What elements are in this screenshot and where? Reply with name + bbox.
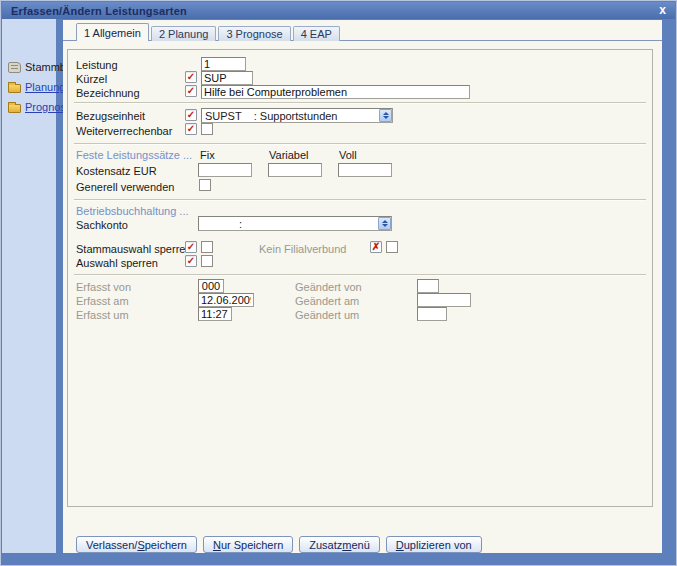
feste-leistungssaetze-section: Feste Leistungssätze ... <box>76 149 192 161</box>
sidebar-item-planung[interactable]: Planung <box>8 81 65 93</box>
sidebar: Stammblatt Planung Prognose <box>2 19 56 553</box>
stammauswahl-sperren-checkbox[interactable] <box>201 241 213 253</box>
tab-allgemein[interactable]: 1 Allgemein <box>76 23 149 41</box>
kostensatz-variabel-input[interactable] <box>268 163 322 177</box>
bezugseinheit-combobox[interactable]: SUPST : Supportstunden <box>201 108 393 123</box>
bezugseinheit-value: SUPST : Supportstunden <box>202 110 379 122</box>
verlassen-speichern-button[interactable]: Verlassen/Speichern <box>76 536 197 553</box>
button-label: enü <box>351 539 369 551</box>
column-header-fix: Fix <box>200 149 215 161</box>
kuerzel-input[interactable] <box>201 71 253 85</box>
folder-icon <box>8 84 21 93</box>
kostensatz-fix-input[interactable] <box>198 163 252 177</box>
button-label: peichern <box>145 539 187 551</box>
bezeichnung-label: Bezeichnung <box>76 87 140 99</box>
section-divider <box>74 102 646 103</box>
required-check-icon[interactable]: ✓ <box>185 255 197 267</box>
betriebsbuchhaltung-section: Betriebsbuchhaltung ... <box>76 205 189 217</box>
geaendert-von-label: Geändert von <box>295 281 362 293</box>
erfasst-um-input[interactable] <box>198 307 232 321</box>
tab-prognose[interactable]: 3 Prognose <box>218 26 290 41</box>
generell-verwenden-checkbox[interactable] <box>199 179 211 191</box>
spinner-icon[interactable] <box>378 217 391 230</box>
sidebar-item-label: Planung <box>25 81 65 93</box>
sachkonto-value: : <box>199 218 378 230</box>
card-icon <box>8 62 21 73</box>
dialog-window: Erfassen/Ändern Leistungsarten x Stammbl… <box>0 0 677 566</box>
section-divider <box>74 274 646 275</box>
geaendert-am-input[interactable] <box>417 293 471 307</box>
sachkonto-label: Sachkonto <box>76 219 128 231</box>
geaendert-am-label: Geändert am <box>295 295 359 307</box>
button-label: Verlassen/ <box>86 539 137 551</box>
spinner-icon[interactable] <box>379 109 392 122</box>
zusatzmenu-button[interactable]: Zusatzmenü <box>299 536 380 553</box>
erfasst-von-label: Erfasst von <box>76 281 131 293</box>
kein-filialverbund-label: Kein Filialverbund <box>259 243 346 255</box>
button-label: ur Speichern <box>221 539 283 551</box>
tabstrip: 1 Allgemein 2 Planung 3 Prognose 4 EAP <box>76 23 340 41</box>
window-title: Erfassen/Ändern Leistungsarten <box>2 5 187 17</box>
leistung-label: Leistung <box>76 59 118 71</box>
folder-icon <box>8 104 21 113</box>
required-check-icon[interactable]: ✓ <box>185 85 197 97</box>
column-header-variabel: Variabel <box>269 149 309 161</box>
button-label: Zusatz <box>309 539 342 551</box>
stammauswahl-sperren-label: Stammauswahl sperren <box>76 243 192 255</box>
required-check-icon[interactable]: ✓ <box>185 123 197 135</box>
button-mnemonic: m <box>342 539 351 551</box>
section-divider <box>74 143 646 144</box>
content-panel: 1 Allgemein 2 Planung 3 Prognose 4 EAP L… <box>63 20 662 553</box>
tab-planung[interactable]: 2 Planung <box>151 26 217 41</box>
sachkonto-combobox[interactable]: : <box>198 216 392 231</box>
kostensatz-label: Kostensatz EUR <box>76 165 157 177</box>
weiterverrechenbar-label: Weiterverrechenbar <box>76 125 172 137</box>
erfasst-von-input[interactable] <box>198 279 224 293</box>
generell-verwenden-label: Generell verwenden <box>76 181 174 193</box>
form-groupbox: Leistung Kürzel ✓ Bezeichnung ✓ Bezugsei… <box>67 49 653 507</box>
bezeichnung-input[interactable] <box>201 85 470 99</box>
nur-speichern-button[interactable]: Nur Speichern <box>203 536 293 553</box>
weiterverrechenbar-checkbox[interactable] <box>201 123 213 135</box>
titlebar: Erfassen/Ändern Leistungsarten x <box>2 2 675 19</box>
kostensatz-voll-input[interactable] <box>338 163 392 177</box>
required-check-icon[interactable]: ✓ <box>185 109 197 121</box>
required-check-icon[interactable]: ✓ <box>185 71 197 83</box>
button-label: uplizieren von <box>404 539 472 551</box>
button-row: Verlassen/Speichern Nur Speichern Zusatz… <box>76 536 482 553</box>
required-check-icon[interactable]: ✓ <box>185 241 197 253</box>
section-divider <box>74 199 646 200</box>
tab-eap[interactable]: 4 EAP <box>293 26 340 41</box>
duplizieren-von-button[interactable]: Duplizieren von <box>386 536 482 553</box>
geaendert-um-input[interactable] <box>417 307 447 321</box>
kuerzel-label: Kürzel <box>76 73 107 85</box>
close-icon[interactable]: x <box>659 3 666 18</box>
kein-filialverbund-checkbox[interactable] <box>386 241 398 253</box>
auswahl-sperren-label: Auswahl sperren <box>76 257 158 269</box>
geaendert-von-input[interactable] <box>417 279 439 293</box>
required-cross-icon[interactable]: ✗ <box>370 241 382 253</box>
button-mnemonic: N <box>213 539 221 551</box>
erfasst-am-label: Erfasst am <box>76 295 129 307</box>
bezugseinheit-label: Bezugseinheit <box>76 110 145 122</box>
auswahl-sperren-checkbox[interactable] <box>201 255 213 267</box>
erfasst-um-label: Erfasst um <box>76 309 129 321</box>
erfasst-am-input[interactable] <box>198 293 254 307</box>
button-mnemonic: S <box>137 539 144 551</box>
geaendert-um-label: Geändert um <box>295 309 359 321</box>
leistung-input[interactable] <box>201 57 246 71</box>
button-mnemonic: D <box>396 539 404 551</box>
column-header-voll: Voll <box>339 149 357 161</box>
